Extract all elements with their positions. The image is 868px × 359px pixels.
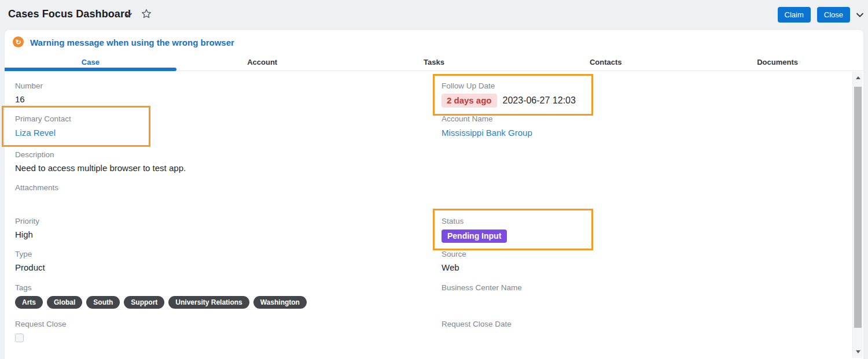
field-label: Account Name [442, 114, 532, 124]
field-label: Description [15, 150, 186, 160]
field-label: Status [442, 216, 507, 226]
tag-pill: South [86, 296, 120, 309]
follow-up-date-value: 2023-06-27 12:03 [503, 95, 576, 106]
header-actions: Claim Close [778, 7, 865, 23]
field-value: Product [15, 262, 45, 273]
field-value: 16 [15, 94, 43, 105]
field-label: Priority [15, 216, 39, 226]
field-source: Source Web [442, 249, 466, 273]
claim-button[interactable]: Claim [778, 7, 811, 23]
field-label: Follow Up Date [442, 81, 576, 91]
field-account-name: Account Name Mississippi Bank Group [442, 114, 532, 138]
field-primary-contact: Primary Contact Liza Revel [15, 114, 71, 138]
warning-message-link[interactable]: Warning message when using the wrong bro… [30, 38, 234, 47]
scroll-down-arrow-icon[interactable] [853, 347, 863, 357]
primary-contact-link[interactable]: Liza Revel [15, 127, 71, 138]
title-chevron-down-icon[interactable] [124, 10, 133, 20]
overdue-badge: 2 days ago [442, 94, 497, 108]
tag-pill: University Relations [168, 296, 249, 309]
field-status: Status Pending Input [442, 216, 507, 243]
page: Cases Focus Dashboard Claim Close Warnin… [0, 0, 868, 359]
actions-chevron-down-icon[interactable] [855, 10, 865, 20]
field-value: Web [442, 262, 466, 273]
record-tabs: Case Account Tasks Contacts Documents [5, 53, 863, 71]
tags-row: Arts Global South Support University Rel… [15, 296, 307, 309]
tag-pill: Washington [253, 296, 307, 309]
field-follow-up-date: Follow Up Date 2 days ago 2023-06-27 12:… [442, 81, 576, 108]
field-label: Request Close Date [442, 319, 512, 329]
favorite-star-icon[interactable] [141, 8, 152, 20]
field-value: High [15, 229, 39, 240]
top-header-bar: Cases Focus Dashboard Claim Close [0, 0, 868, 30]
tag-pill: Support [124, 296, 164, 309]
field-number: Number 16 [15, 81, 43, 105]
field-label: Primary Contact [15, 114, 71, 124]
field-value: Need to access multiple browser to test … [15, 162, 186, 173]
scroll-up-arrow-icon[interactable] [853, 73, 863, 83]
tab-documents[interactable]: Documents [692, 53, 863, 71]
close-button[interactable]: Close [817, 7, 850, 23]
field-label: Attachments [15, 183, 58, 193]
tab-account[interactable]: Account [176, 53, 348, 71]
field-label: Number [15, 81, 43, 91]
field-label: Business Center Name [442, 283, 522, 293]
field-description: Description Need to access multiple brow… [15, 150, 186, 173]
status-badge: Pending Input [442, 230, 507, 243]
tag-pill: Global [47, 296, 82, 309]
field-business-center-name: Business Center Name [442, 283, 522, 293]
warning-sync-icon [13, 36, 24, 47]
field-label: Type [15, 249, 45, 259]
field-label: Request Close [15, 319, 67, 329]
tab-case[interactable]: Case [5, 53, 176, 71]
field-request-close: Request Close [15, 319, 67, 342]
field-tags: Tags Arts Global South Support Universit… [15, 283, 307, 309]
field-attachments: Attachments [15, 183, 58, 193]
scrollbar-thumb[interactable] [854, 87, 862, 328]
request-close-checkbox[interactable] [15, 334, 24, 342]
field-label: Source [442, 249, 466, 259]
tab-contacts[interactable]: Contacts [520, 53, 692, 71]
case-record-card: Warning message when using the wrong bro… [5, 30, 863, 359]
page-title: Cases Focus Dashboard [8, 8, 131, 20]
field-priority: Priority High [15, 216, 39, 240]
field-type: Type Product [15, 249, 45, 273]
tag-pill: Arts [15, 296, 43, 309]
vertical-scrollbar[interactable] [852, 72, 862, 358]
field-label: Tags [15, 283, 307, 293]
account-name-link[interactable]: Mississippi Bank Group [442, 127, 532, 138]
tab-tasks[interactable]: Tasks [348, 53, 520, 71]
field-request-close-date: Request Close Date [442, 319, 512, 329]
